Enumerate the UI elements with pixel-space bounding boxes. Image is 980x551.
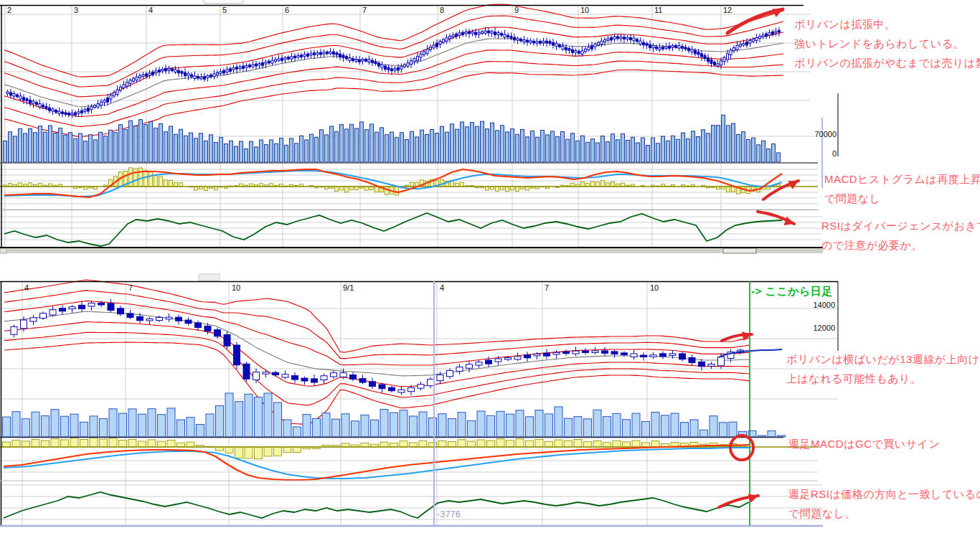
note-weekly-macd-gc: 週足MACDはGCで買いサイン xyxy=(788,438,940,450)
axis-label: 4 xyxy=(440,283,444,292)
axis-label: 7 xyxy=(362,6,367,14)
ui-fragment[interactable] xyxy=(199,274,220,281)
ui-fragment[interactable] xyxy=(0,248,823,253)
candlestick-series xyxy=(11,299,744,395)
weekly-to-daily-chart[interactable]: 47109/147101400012000 xyxy=(0,274,838,526)
axis-label: 70000 xyxy=(814,130,837,138)
note-daily-from-here: -> ここから日足 xyxy=(751,285,833,297)
note-macd-histogram-line2: で問題なし xyxy=(824,192,881,204)
ui-fragment[interactable] xyxy=(0,248,6,253)
macd-signal-line xyxy=(4,448,749,479)
axis-label: 5 xyxy=(222,6,227,14)
candlestick-series xyxy=(6,27,781,118)
axis-label: 12000 xyxy=(813,324,835,332)
chart-analysis-page: 2345678910111270000047109/14710140001200… xyxy=(0,0,980,551)
note-weekly-rsi-line2: で問題なし。 xyxy=(788,507,856,519)
rsi-line xyxy=(4,213,782,246)
axis-label: 4 xyxy=(149,6,153,14)
note-bollinger-expanding: ボリバンは拡張中。 xyxy=(794,18,895,30)
note-strong-trend: 強いトレンドをあらわしている。 xyxy=(794,37,964,50)
ui-fragment[interactable] xyxy=(723,248,756,253)
volume-bars xyxy=(4,115,781,162)
note-weekly-rsi-line1: 週足RSIは価格の方向と一致しているの xyxy=(788,488,980,500)
axis-label: 10 xyxy=(650,283,659,292)
axis-label: 10 xyxy=(580,6,589,14)
axis-label: 14000 xyxy=(813,301,835,309)
axis-label: 7 xyxy=(545,283,549,292)
annotation-arrowhead xyxy=(784,217,794,225)
note-weekly-bollinger-line2: 上はなれる可能性もあり。 xyxy=(786,372,921,385)
axis-label: 9 xyxy=(514,6,519,14)
bollinger-bands xyxy=(4,280,749,425)
axis-label: 0 xyxy=(832,149,837,158)
note-no-selling: ボリバンの拡張がやむまでは売りは禁物 xyxy=(794,57,980,69)
axis-label: 3 xyxy=(74,6,78,14)
note-rsi-divergence-line1: RSIはダイバージェンスがおきている xyxy=(821,220,980,232)
charts-svg[interactable]: 2345678910111270000047109/14710140001200… xyxy=(0,0,980,551)
axis-label: 12 xyxy=(723,6,732,14)
note-macd-histogram-line1: MACDヒストグラムは再度上昇なの xyxy=(824,173,980,185)
volume-bars xyxy=(3,393,786,437)
ui-fragment[interactable] xyxy=(203,0,243,4)
note-rsi-divergence-line2: ので注意が必要か。 xyxy=(821,239,923,251)
axis-label: 11 xyxy=(654,6,662,14)
axis-label: 10 xyxy=(232,283,240,292)
rsi-line xyxy=(4,492,749,518)
note-weekly-bollinger-line1: ボリバンは横ばいだが13週線が上向けば xyxy=(786,353,980,365)
axis-label: 6 xyxy=(285,6,289,14)
macd-panel xyxy=(0,438,818,480)
axis-label: 4 xyxy=(24,283,29,292)
daily-chart[interactable]: 23456789101112700000 xyxy=(0,0,838,253)
axis-label: 9/1 xyxy=(343,283,354,292)
axis-label: 2 xyxy=(7,6,11,14)
axis-label: 7 xyxy=(128,283,133,292)
macd-panel xyxy=(0,168,818,197)
axis-label: 8 xyxy=(440,6,444,14)
cursor-value-label: -3776 xyxy=(437,510,461,520)
